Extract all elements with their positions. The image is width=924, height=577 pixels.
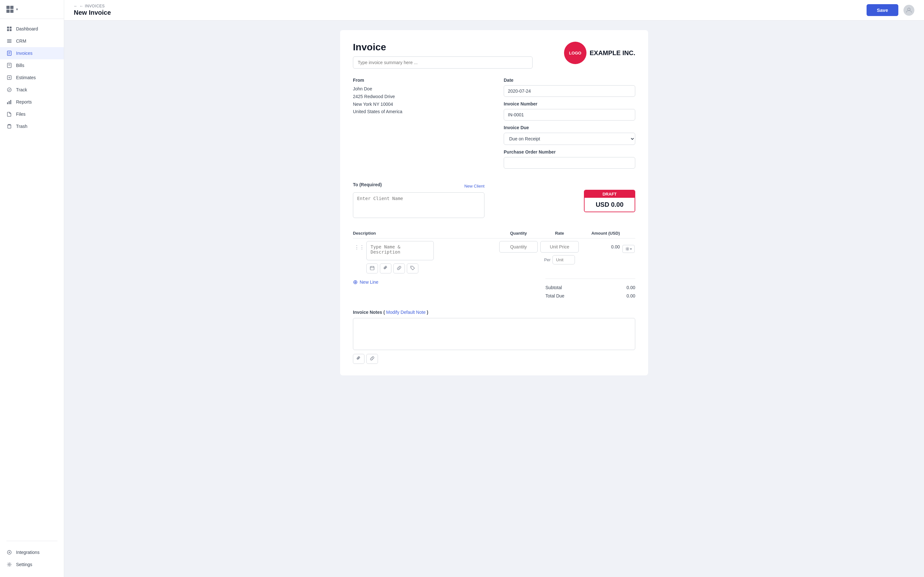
- svg-rect-21: [8, 125, 11, 128]
- sidebar-bottom: Integrations Settings: [0, 544, 64, 577]
- svg-rect-5: [7, 41, 11, 41]
- gear-cell: ▾: [622, 241, 635, 253]
- from-date-section: From John Doe 2425 Redwood Drive New Yor…: [353, 77, 635, 173]
- sidebar-logo[interactable]: ▾: [0, 0, 64, 19]
- from-address3: United States of America: [353, 108, 485, 116]
- gear-chevron: ▾: [630, 247, 632, 251]
- to-header: To (Required) New Client: [353, 182, 485, 190]
- quantity-input[interactable]: [499, 241, 538, 253]
- notes-paren-open: (: [383, 309, 385, 315]
- invoice-heading-area: Invoice: [353, 42, 533, 69]
- invoice-summary-input[interactable]: [353, 56, 533, 69]
- date-label: Date: [504, 77, 635, 83]
- company-name: EXAMPLE INC.: [590, 49, 635, 57]
- link-icon-btn[interactable]: [393, 263, 405, 274]
- sidebar-item-label: Files: [16, 111, 26, 117]
- client-name-textarea[interactable]: [353, 192, 485, 218]
- tag-icon-btn[interactable]: [407, 263, 418, 274]
- svg-rect-0: [7, 27, 9, 29]
- company-logo: LOGO: [564, 42, 586, 64]
- date-section: Date Invoice Number Invoice Due Due on R…: [504, 77, 635, 173]
- trash-icon: [6, 123, 12, 129]
- sidebar-item-label: Estimates: [16, 75, 36, 80]
- draft-badge: DRAFT USD 0.00: [584, 190, 635, 212]
- draft-amount: USD 0.00: [585, 198, 635, 211]
- sidebar-item-reports[interactable]: Reports: [0, 96, 64, 108]
- notes-link-btn[interactable]: [367, 354, 378, 364]
- sidebar-item-invoices[interactable]: Invoices: [0, 47, 64, 59]
- paperclip-icon-btn[interactable]: [380, 263, 391, 274]
- gear-button[interactable]: ▾: [622, 245, 635, 253]
- bills-icon: [6, 63, 12, 68]
- svg-rect-3: [10, 29, 11, 31]
- sidebar-item-track[interactable]: Track: [0, 84, 64, 96]
- sidebar-divider: [6, 541, 57, 541]
- estimates-icon: [6, 75, 12, 81]
- notes-toolbar: [353, 354, 635, 364]
- sidebar-item-estimates[interactable]: Estimates: [0, 71, 64, 84]
- new-line-button[interactable]: ⊕ New Line: [353, 276, 378, 288]
- sidebar-item-label: Track: [16, 87, 27, 92]
- invoice-due-select[interactable]: Due on Receipt Net 15 Net 30 Net 60 Cust…: [504, 133, 635, 145]
- invoices-icon: [6, 50, 12, 56]
- description-cell: ⋮⋮: [353, 241, 497, 274]
- svg-point-31: [627, 248, 628, 250]
- col-description: Description: [353, 231, 497, 235]
- avatar[interactable]: [903, 5, 914, 16]
- breadcrumb[interactable]: ← ← INVOICES: [74, 4, 111, 8]
- line-items-header: Description Quantity Rate Amount (USD): [353, 228, 635, 239]
- notes-section: Invoice Notes ( Modify Default Note ): [353, 309, 635, 364]
- breadcrumb-invoices[interactable]: ← INVOICES: [79, 4, 105, 8]
- sidebar-item-trash[interactable]: Trash: [0, 120, 64, 132]
- from-name: John Doe: [353, 85, 485, 93]
- totals-section: Subtotal 0.00 Total Due 0.00: [545, 279, 635, 300]
- sidebar-item-label: Dashboard: [16, 26, 38, 31]
- new-line-label: New Line: [360, 279, 378, 285]
- new-client-link[interactable]: New Client: [464, 184, 485, 189]
- sidebar-item-label: Bills: [16, 63, 24, 68]
- total-due-row: Total Due 0.00: [545, 292, 635, 300]
- draft-label: DRAFT: [585, 190, 635, 198]
- unit-input[interactable]: [552, 255, 575, 264]
- sidebar-item-settings[interactable]: Settings: [0, 558, 64, 571]
- subtotal-label: Subtotal: [545, 285, 562, 290]
- notes-textarea[interactable]: [353, 318, 635, 350]
- description-inputs: [367, 241, 497, 274]
- line-amount: 0.00: [611, 244, 620, 250]
- draft-badge-wrapper: DRAFT USD 0.00: [504, 182, 635, 212]
- from-address: John Doe 2425 Redwood Drive New York NY …: [353, 85, 485, 116]
- save-button[interactable]: Save: [867, 4, 898, 16]
- invoice-number-label: Invoice Number: [504, 101, 635, 106]
- drag-handle-icon[interactable]: ⋮⋮: [353, 244, 365, 250]
- notes-label: Invoice Notes: [353, 309, 382, 315]
- svg-rect-20: [10, 100, 11, 104]
- sidebar-item-integrations[interactable]: Integrations: [0, 546, 64, 558]
- svg-point-23: [9, 552, 10, 553]
- invoice-due-label: Invoice Due: [504, 125, 635, 130]
- invoice-card: Invoice LOGO EXAMPLE INC. From John Doe …: [340, 30, 648, 376]
- topbar: ← ← INVOICES New Invoice Save: [64, 0, 924, 21]
- sidebar-item-bills[interactable]: Bills: [0, 59, 64, 71]
- topbar-right: Save: [867, 4, 914, 16]
- subtotal-value: 0.00: [627, 285, 635, 290]
- purchase-order-input[interactable]: [504, 157, 635, 169]
- col-amount: Amount (USD): [582, 231, 620, 235]
- from-address2: New York NY 10004: [353, 101, 485, 108]
- purchase-order-field: Purchase Order Number: [504, 149, 635, 169]
- sidebar-item-crm[interactable]: CRM: [0, 35, 64, 47]
- sidebar-item-files[interactable]: Files: [0, 108, 64, 120]
- to-section: To (Required) New Client: [353, 182, 485, 219]
- invoice-number-input[interactable]: [504, 109, 635, 121]
- date-input[interactable]: [504, 85, 635, 97]
- notes-paperclip-btn[interactable]: [353, 354, 365, 364]
- calendar-icon-btn[interactable]: [367, 263, 378, 274]
- breadcrumb-back-icon: ←: [74, 4, 78, 8]
- rate-input[interactable]: [540, 241, 579, 253]
- svg-point-30: [411, 267, 412, 268]
- item-toolbar: [367, 263, 497, 274]
- main-area: ← ← INVOICES New Invoice Save Invoice: [64, 0, 924, 577]
- sidebar-item-dashboard[interactable]: Dashboard: [0, 23, 64, 35]
- topbar-left: ← ← INVOICES New Invoice: [74, 4, 111, 16]
- modify-default-note-link[interactable]: Modify Default Note: [386, 309, 425, 315]
- description-textarea[interactable]: [367, 241, 434, 260]
